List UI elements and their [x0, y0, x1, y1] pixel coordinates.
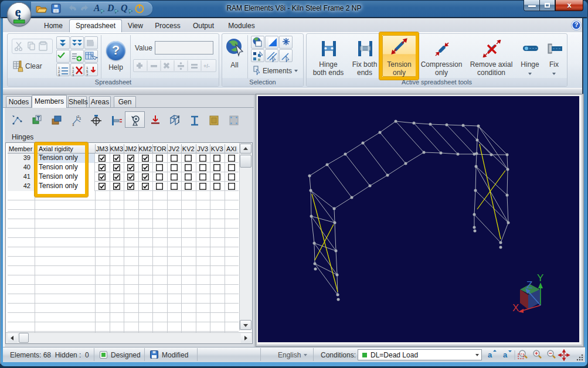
svg-text:X: X — [512, 302, 519, 314]
svg-text:3: 3 — [58, 73, 60, 77]
svg-text:Z: Z — [526, 280, 532, 291]
svg-text:D: D — [107, 3, 114, 13]
svg-text:a: a — [503, 350, 508, 359]
svg-text:3: 3 — [72, 123, 74, 127]
svg-text:Q: Q — [121, 3, 128, 13]
svg-text:A: A — [93, 3, 100, 13]
svg-text:3: 3 — [72, 73, 74, 77]
svg-text:a: a — [488, 350, 492, 359]
svg-text:2: 2 — [178, 115, 180, 118]
svg-text:7: 7 — [86, 73, 89, 77]
svg-text:+/-: +/- — [203, 63, 210, 69]
svg-text:1: 1 — [178, 120, 180, 123]
svg-text:e: e — [15, 5, 21, 19]
svg-text:1: 1 — [79, 117, 81, 120]
svg-text:Y: Y — [537, 272, 543, 284]
